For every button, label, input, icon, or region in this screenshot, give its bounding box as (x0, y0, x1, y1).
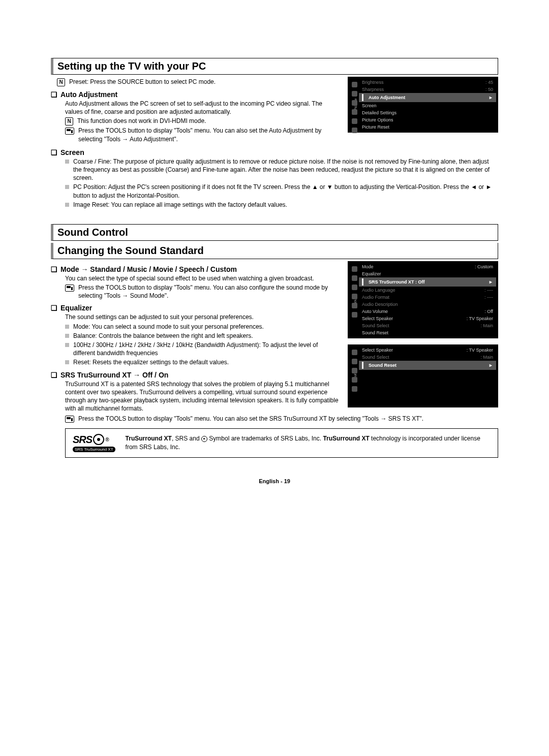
srs-tool: Press the TOOLS button to display "Tools… (78, 415, 423, 423)
note-icon: N (65, 117, 73, 125)
subhead-srs: ❏ SRS TruSurround XT → Off / On (51, 371, 340, 379)
osd-row: Audio Format: ---- (359, 294, 496, 301)
equalizer-item: Balance: Controls the balance between th… (65, 332, 340, 340)
osd-row: Sound Reset► (359, 361, 496, 370)
osd-row: Brightness: 45 (359, 79, 496, 86)
tools-icon (65, 416, 74, 423)
srs-symbol-icon (201, 436, 207, 442)
chevron-right-icon: ► (489, 279, 493, 285)
checkbox-icon: ❏ (51, 266, 57, 273)
section-header-sound-standard: Changing the Sound Standard (51, 243, 498, 259)
osd-menu-icon (352, 303, 357, 308)
chevron-right-icon: ► (489, 95, 493, 100)
auto-adj-tool: Press the TOOLS button to display "Tools… (78, 127, 340, 143)
section-title-sound-standard: Changing the Sound Standard (57, 245, 204, 256)
subhead-screen: ❏ Screen (51, 148, 498, 156)
osd-row: Screen (359, 102, 496, 109)
osd-row-blank (359, 370, 496, 377)
osd-icon-column (352, 346, 357, 392)
osd-row: Select Speaker: TV Speaker (359, 346, 496, 354)
mode-tool: Press the TOOLS button to display "Tools… (78, 284, 340, 300)
osd-menu-icon (352, 312, 357, 318)
preset-note: Preset: Press the SOURCE button to selec… (69, 78, 216, 86)
osd-sound-2: Sound Select Speaker: TV SpeakerSound Se… (348, 344, 498, 407)
checkbox-icon: ❏ (51, 371, 57, 379)
osd-menu-icon (352, 91, 357, 97)
subhead-equalizer: ❏ Equalizer (51, 304, 340, 312)
osd-menu-icon (352, 368, 357, 373)
osd-row: Sound Select: Main (359, 322, 496, 329)
auto-adj-note: This function does not work in DVI-HDMI … (77, 117, 206, 125)
osd-sound-1: Sound Mode: CustomEqualizerSRS TruSurrou… (348, 261, 498, 338)
screen-item: PC Position: Adjust the PC's screen posi… (65, 183, 498, 199)
osd-row: Audio Description (359, 301, 496, 308)
checkbox-icon: ❏ (51, 304, 57, 311)
screen-item: Image Reset: You can replace all image s… (65, 201, 498, 209)
osd-row: Sound Reset (359, 329, 496, 336)
checkbox-icon: ❏ (51, 91, 57, 98)
osd-row: Sharpness: 50 (359, 86, 496, 93)
osd-row-blank (359, 398, 496, 405)
equalizer-item: 100Hz / 300Hz / 1kHz / 2kHz / 3kHz / 10k… (65, 341, 340, 357)
equalizer-item: Mode: You can select a sound mode to sui… (65, 323, 340, 331)
srs-trademark-box: SRS ® SRS TruSurround XT TruSurround XT,… (65, 428, 498, 458)
section-title-pc: Setting up the TV with your PC (57, 60, 206, 72)
osd-row: SRS TruSurround XT : Off► (359, 277, 496, 287)
tools-icon (65, 285, 74, 292)
osd-menu-icon (352, 118, 357, 124)
srs-trademark-text: TruSurround XT, SRS and Symbol are trade… (126, 434, 491, 452)
osd-row: Picture Reset (359, 123, 496, 131)
osd-picture: Picture Brightness: 45Sharpness: 50Auto … (348, 77, 498, 133)
auto-adj-body: Auto Adjustment allows the PC screen of … (65, 100, 340, 116)
osd-icon-column (352, 79, 357, 133)
chevron-right-icon: ► (489, 363, 493, 368)
osd-row: Audio Language: ---- (359, 287, 496, 294)
srs-body: TruSurround XT is a patented SRS technol… (65, 380, 340, 413)
osd-menu-icon (352, 386, 357, 392)
bullet-icon (65, 343, 69, 347)
osd-menu-icon (352, 285, 357, 290)
tools-icon (65, 128, 74, 135)
osd-row: Auto Volume: Off (359, 308, 496, 315)
osd-menu-icon (352, 350, 357, 355)
bullet-icon (65, 203, 69, 207)
osd-menu-icon (352, 377, 357, 383)
checkbox-icon: ❏ (51, 149, 57, 156)
osd-menu-icon (352, 359, 357, 364)
section-title-sound-control: Sound Control (57, 227, 128, 238)
bullet-icon (65, 325, 69, 329)
bullet-icon (65, 360, 69, 364)
osd-row: Picture Options (359, 116, 496, 123)
section-header-pc: Setting up the TV with your PC (51, 58, 498, 75)
subhead-auto-adjustment: ❏ Auto Adjustment (51, 90, 340, 99)
mode-body: You can select the type of special sound… (65, 274, 340, 282)
osd-menu-icon (352, 82, 357, 87)
osd-menu-icon (352, 100, 357, 106)
osd-menu-icon (352, 275, 357, 281)
bullet-icon (65, 185, 69, 189)
screen-item: Coarse / Fine: The purpose of picture qu… (65, 158, 498, 182)
eq-body: The sound settings can be adjusted to su… (65, 313, 340, 321)
srs-symbol-icon (93, 434, 104, 445)
osd-row: Equalizer (359, 270, 496, 277)
bullet-icon (65, 160, 69, 164)
osd-icon-column (352, 263, 357, 318)
equalizer-item: Reset: Resets the equalizer settings to … (65, 358, 340, 366)
osd-row: Mode: Custom (359, 263, 496, 270)
note-icon: N (57, 78, 65, 86)
osd-menu-icon (352, 109, 357, 115)
section-header-sound-control: Sound Control (51, 224, 498, 241)
srs-logo-tag: SRS TruSurround XT (73, 447, 115, 452)
osd-menu-icon (352, 266, 357, 272)
srs-logo: SRS ® SRS TruSurround XT (73, 434, 115, 452)
bullet-icon (65, 334, 69, 338)
osd-row-blank (359, 377, 496, 384)
osd-menu-icon (352, 128, 357, 133)
osd-row-blank (359, 384, 496, 391)
page-footer: English - 19 (51, 478, 498, 484)
osd-row-blank (359, 391, 496, 398)
osd-menu-icon (352, 294, 357, 299)
osd-row: Auto Adjustment► (359, 93, 496, 102)
osd-row: Detailed Settings (359, 109, 496, 116)
osd-row: Sound Select: Main (359, 354, 496, 361)
